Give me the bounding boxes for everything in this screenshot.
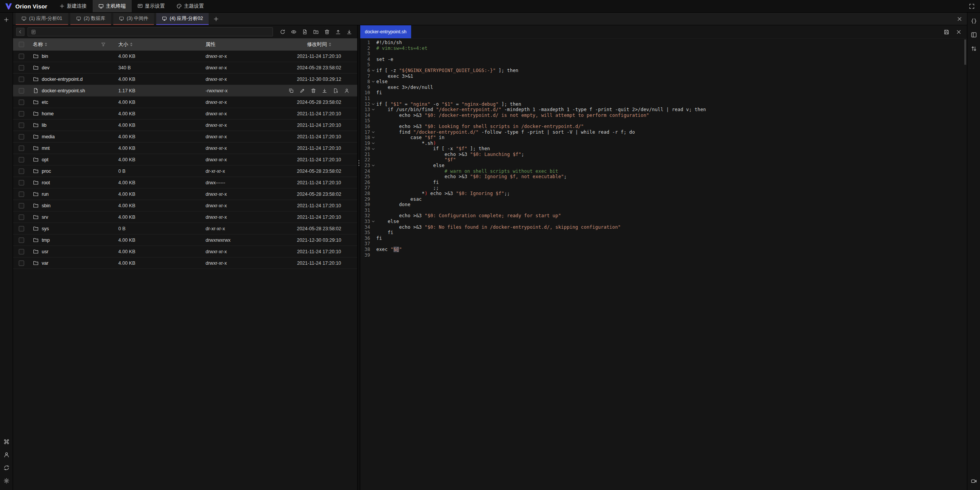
editor-close-icon[interactable] bbox=[955, 28, 962, 36]
table-row[interactable]: home4.00 KBdrwxr-xr-x2021-11-24 17:20:10 bbox=[13, 108, 357, 120]
row-checkbox[interactable] bbox=[19, 77, 24, 82]
code-text[interactable]: fi bbox=[376, 236, 967, 241]
code-text[interactable]: else bbox=[376, 79, 967, 85]
fold-icon[interactable] bbox=[370, 102, 376, 107]
user-icon[interactable] bbox=[3, 451, 10, 459]
code-text[interactable]: "$f" bbox=[376, 157, 967, 163]
row-checkbox[interactable] bbox=[19, 111, 24, 116]
row-checkbox[interactable] bbox=[19, 238, 24, 243]
code-text[interactable]: echo >&3 "$0: No files found in /docker-… bbox=[376, 225, 967, 230]
code-text[interactable] bbox=[376, 252, 967, 258]
code-text[interactable]: else bbox=[376, 163, 967, 169]
code-text[interactable]: #!/bin/sh bbox=[376, 40, 967, 46]
editor-file-tab[interactable]: docker-entrypoint.sh bbox=[360, 25, 411, 38]
code-text[interactable] bbox=[376, 51, 967, 57]
add-tab-icon[interactable] bbox=[212, 15, 220, 23]
code-text[interactable]: # vim:sw=4:ts=4:et bbox=[376, 46, 967, 51]
column-header-name[interactable]: 名称 bbox=[30, 41, 110, 48]
table-row[interactable]: root4.00 KBdrwx------2021-11-24 17:20:10 bbox=[13, 177, 357, 188]
code-text[interactable]: if /usr/bin/find "/docker-entrypoint.d/"… bbox=[376, 107, 967, 113]
row-checkbox[interactable] bbox=[19, 226, 24, 231]
code-text[interactable]: esac bbox=[376, 197, 967, 202]
code-text[interactable] bbox=[376, 241, 967, 247]
table-row[interactable]: lib4.00 KBdrwxr-xr-x2021-11-24 17:20:10 bbox=[13, 120, 357, 131]
download-icon[interactable] bbox=[322, 88, 328, 94]
nav-item-display[interactable]: 显示设置 bbox=[132, 0, 171, 12]
command-palette-icon[interactable] bbox=[3, 438, 10, 446]
table-row[interactable]: sbin4.00 KBdrwxr-xr-x2021-11-24 17:20:10 bbox=[13, 200, 357, 211]
close-panel-icon[interactable] bbox=[956, 15, 963, 23]
new-connection-icon[interactable] bbox=[3, 16, 10, 23]
column-header-mtime[interactable]: 修改时间 bbox=[281, 41, 357, 48]
row-checkbox[interactable] bbox=[19, 180, 24, 185]
fold-icon[interactable] bbox=[370, 135, 376, 141]
sync-icon[interactable] bbox=[3, 464, 10, 472]
row-checkbox[interactable] bbox=[19, 203, 24, 208]
editor-scrollbar[interactable] bbox=[964, 39, 966, 65]
code-text[interactable]: *) echo >&3 "$0: Ignoring $f";; bbox=[376, 191, 967, 197]
code-text[interactable]: find "/docker-entrypoint.d/" -follow -ty… bbox=[376, 129, 967, 135]
code-text[interactable]: fi bbox=[376, 230, 967, 236]
code-text[interactable]: if [ -x "$f" ]; then bbox=[376, 146, 967, 152]
row-checkbox[interactable] bbox=[19, 134, 24, 139]
column-header-size[interactable]: 大小 bbox=[110, 41, 196, 48]
code-text[interactable]: if [ -z "${NGINX_ENTRYPOINT_QUIET_LOGS:-… bbox=[376, 68, 967, 74]
code-area[interactable]: 1#!/bin/sh2# vim:sw=4:ts=4:et3 4set -e5 … bbox=[360, 39, 967, 490]
row-checkbox[interactable] bbox=[19, 215, 24, 220]
download-icon[interactable] bbox=[346, 28, 353, 36]
filter-icon[interactable] bbox=[100, 41, 107, 48]
delete-icon[interactable] bbox=[310, 88, 317, 94]
code-text[interactable] bbox=[376, 62, 967, 68]
code-text[interactable]: ;; bbox=[376, 185, 967, 191]
table-row[interactable]: srv4.00 KBdrwxr-xr-x2021-11-24 17:20:10 bbox=[13, 211, 357, 223]
code-text[interactable]: exec "$@" bbox=[376, 247, 967, 252]
braces-icon[interactable] bbox=[970, 17, 978, 25]
permission-icon[interactable] bbox=[344, 88, 350, 94]
fold-icon[interactable] bbox=[370, 68, 376, 74]
row-checkbox[interactable] bbox=[19, 146, 24, 151]
nav-item-terminal[interactable]: 主机终端 bbox=[93, 0, 132, 12]
fold-icon[interactable] bbox=[370, 141, 376, 146]
table-row[interactable]: etc4.00 KBdrwxr-xr-x2024-05-28 23:58:02 bbox=[13, 97, 357, 108]
code-text[interactable] bbox=[376, 118, 967, 124]
refresh-icon[interactable] bbox=[279, 28, 286, 36]
nav-item-plus[interactable]: 新建连接 bbox=[54, 0, 93, 12]
fold-icon[interactable] bbox=[370, 219, 376, 225]
table-row[interactable]: var4.00 KBdrwxr-xr-x2021-11-24 17:20:10 bbox=[13, 257, 357, 269]
upload-icon[interactable] bbox=[335, 28, 341, 36]
edit-icon[interactable] bbox=[299, 88, 305, 94]
code-text[interactable]: echo >&3 "$0: Launching $f"; bbox=[376, 152, 967, 157]
code-text[interactable]: exec 3>&1 bbox=[376, 74, 967, 79]
back-button[interactable] bbox=[16, 28, 24, 36]
table-row[interactable]: sys0 Bdr-xr-xr-x2024-05-28 23:58:02 bbox=[13, 223, 357, 234]
fold-icon[interactable] bbox=[370, 163, 376, 169]
code-text[interactable]: case "$f" in bbox=[376, 135, 967, 141]
row-checkbox[interactable] bbox=[19, 88, 24, 93]
code-text[interactable] bbox=[376, 96, 967, 102]
move-icon[interactable] bbox=[333, 88, 339, 94]
sort-mtime-icon[interactable] bbox=[329, 43, 331, 46]
row-checkbox[interactable] bbox=[19, 54, 24, 59]
table-row[interactable]: mnt4.00 KBdrwxr-xr-x2021-11-24 17:20:10 bbox=[13, 143, 357, 154]
code-text[interactable]: *.sh) bbox=[376, 141, 967, 146]
row-checkbox[interactable] bbox=[19, 157, 24, 162]
code-text[interactable]: echo >&3 "$0: Ignoring $f, not executabl… bbox=[376, 174, 967, 180]
folder-plus-icon[interactable] bbox=[312, 28, 319, 36]
code-text[interactable]: if [ "$1" = "nginx" -o "$1" = "nginx-deb… bbox=[376, 102, 967, 107]
copy-icon[interactable] bbox=[288, 88, 294, 94]
terminal-tab-3[interactable]: (3) 中间件 bbox=[113, 13, 154, 25]
select-all-checkbox[interactable] bbox=[19, 42, 24, 47]
code-text[interactable]: fi bbox=[376, 180, 967, 185]
table-row[interactable]: run4.00 KBdrwxr-xr-x2024-05-28 23:58:02 bbox=[13, 188, 357, 200]
code-text[interactable]: set -e bbox=[376, 57, 967, 62]
sort-name-icon[interactable] bbox=[45, 43, 47, 46]
terminal-tab-2[interactable]: (2) 数据库 bbox=[70, 13, 111, 25]
panel-splitter[interactable] bbox=[357, 25, 360, 490]
code-text[interactable]: echo >&3 "$0: Configuration complete; re… bbox=[376, 213, 967, 219]
file-plus-icon[interactable] bbox=[301, 28, 308, 36]
panel-toggle-icon[interactable] bbox=[970, 31, 978, 39]
path-input[interactable] bbox=[38, 29, 270, 34]
fullscreen-icon[interactable] bbox=[968, 2, 975, 10]
table-row[interactable]: docker-entrypoint.d4.00 KBdrwxr-xr-x2021… bbox=[13, 74, 357, 85]
table-row[interactable]: dev340 Bdrwxr-xr-x2024-05-28 23:58:02 bbox=[13, 62, 357, 74]
